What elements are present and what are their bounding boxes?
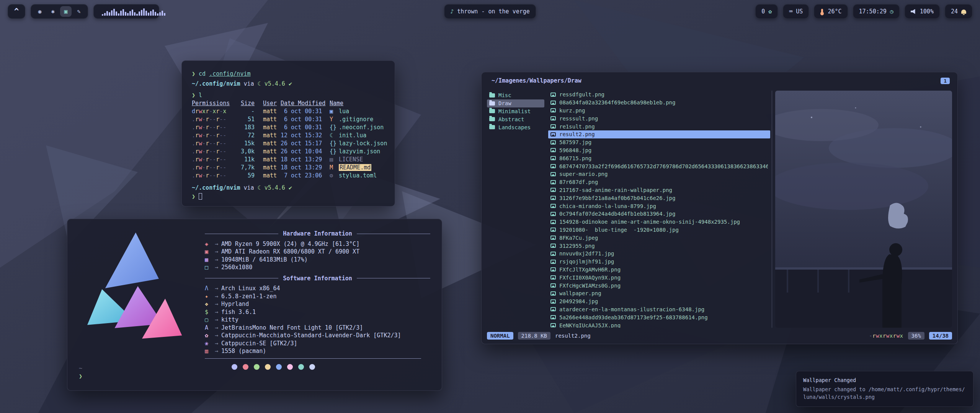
file-row[interactable]: 20492984.jpg [548, 298, 770, 306]
sidebar-folder-item[interactable]: Abstract [487, 115, 544, 123]
file-name: stylua.toml [339, 172, 377, 179]
hardware-section-header: Hardware Information [205, 230, 430, 238]
fetch-line: ▥→1558 (pacman) [205, 347, 430, 355]
arrow-icon: → [215, 285, 218, 292]
media-player-module[interactable]: ♪ thrown - on the verge [444, 4, 536, 19]
file-row[interactable]: wallpaper.png [548, 289, 770, 298]
file-row[interactable]: 866715.png [548, 154, 770, 162]
file-row[interactable]: kurz.png [548, 107, 770, 115]
filetype-icon: M [330, 164, 339, 172]
filetype-icon: {} [330, 140, 339, 148]
file-owner: matt [261, 140, 281, 148]
updates-module[interactable]: 0 ✿ [755, 4, 778, 19]
file-size: 11k [236, 156, 255, 164]
file-owner: matt [261, 172, 281, 180]
workspace-glyph: ✎ [77, 8, 80, 15]
distro-logo [79, 229, 184, 348]
file-row[interactable]: FXfcHgcWIAMzs0G.png [548, 281, 770, 289]
file-row[interactable]: 87r687df.png [548, 178, 770, 186]
file-row[interactable]: resssult.png [548, 114, 770, 122]
prompt-directory: ~/.config/nvim [192, 184, 240, 191]
tab-indicator[interactable]: 1 [941, 78, 950, 84]
file-row[interactable]: 3122955.png [548, 242, 770, 250]
workspace-glyph: ◉ [38, 8, 41, 15]
image-preview-panel [775, 91, 952, 328]
file-row[interactable]: 596848.jpg [548, 146, 770, 154]
file-manager-window[interactable]: ~/Imagenes/Wallpapers/Draw 1 MiscDrawMin… [481, 72, 958, 344]
folder-name: Landscapes [498, 124, 531, 130]
file-row[interactable]: 217167-sad-anime-rain-wallpaper.png [548, 186, 770, 194]
file-row[interactable]: result2.png [548, 130, 770, 138]
preview-image [775, 91, 952, 328]
fetch-prompt: ~ ❯ [79, 364, 82, 380]
file-row[interactable]: 0c794faf07de24a4db4d4fb1eb813964.jpg [548, 210, 770, 218]
arrow-icon: → [215, 324, 218, 331]
file-row[interactable]: 19201080-__blue-tinge__-1920×1080.jpg [548, 226, 770, 234]
file-row[interactable]: re1sult.png [548, 122, 770, 130]
updates-count: 0 [761, 8, 765, 15]
fetch-info: Hardware Information ◈→AMD Ryzen 9 5900X… [205, 229, 430, 370]
workspace-icon[interactable]: ▣ [60, 6, 72, 17]
color-dot [254, 364, 260, 370]
file-row[interactable]: 587597.jpg [548, 138, 770, 146]
fetch-value: 980x413 [221, 264, 252, 271]
notifications-module[interactable]: 24 [945, 4, 972, 19]
file-name: 866715.png [559, 155, 591, 161]
file-row[interactable]: 8FKa7Cu.jpeg [548, 234, 770, 242]
shell-prompt-line: ~/.config/nvim via ☾ v5.4.6 ✔ [192, 184, 385, 192]
file-row[interactable]: 3126f7e9bbf21a8a4af0b67b041c6e26.jpg [548, 194, 770, 202]
file-row[interactable]: FXfcII0X0AQyn9X.png [548, 273, 770, 281]
folder-icon [489, 93, 495, 98]
file-row[interactable]: rsjqojlmjhf91.jpg [548, 258, 770, 266]
sidebar-folder-item[interactable]: Misc [487, 91, 544, 99]
notification-popup[interactable]: Wallpaper Changed Wallpaper changed to /… [796, 371, 973, 407]
file-row[interactable]: EeNKYgIUcAAJ5JX.png [548, 321, 770, 328]
image-file-icon [550, 315, 556, 319]
volume-module[interactable]: 100% [905, 4, 940, 19]
sidebar-folder-item[interactable]: Minimalist [487, 107, 544, 115]
cava-bar [120, 11, 122, 16]
thermometer-icon [821, 9, 823, 15]
image-file-icon [550, 116, 556, 120]
keyboard-layout: US [796, 8, 803, 15]
workspace-icon[interactable]: ✎ [73, 6, 85, 17]
image-file-icon [550, 275, 556, 280]
image-file-icon [550, 93, 556, 97]
arrow-icon: → [215, 301, 218, 307]
workspace-icon[interactable]: ◉ [34, 6, 46, 17]
file-name: FXfcJlTXgAMvH6R.png [559, 267, 621, 273]
workspace-icon[interactable]: ✱ [47, 6, 59, 17]
image-file-icon [550, 140, 556, 145]
file-row[interactable]: 08a634fa02a32364f69ebc86a98eb1eb.png [548, 99, 770, 107]
file-row[interactable]: super-mario.png [548, 170, 770, 178]
file-row[interactable]: FXfcJlTXgAMvH6R.png [548, 266, 770, 274]
file-row[interactable]: chica-mirando-la-luna-8799.jpg [548, 202, 770, 210]
color-dot [287, 364, 293, 370]
sidebar-folder-item[interactable]: Draw [487, 99, 544, 107]
file-row[interactable]: atardecer-en-la-montanas-ilustracion-634… [548, 306, 770, 314]
file-row[interactable]: 154928-odinokoe_anime-art-anime-okno-sin… [548, 218, 770, 226]
terminal-window-nvim[interactable]: ❯cd .config/nvim ~/.config/nvim via ☾ v5… [181, 60, 395, 206]
file-row[interactable]: nnvuv0xj2df71.jpg [548, 250, 770, 258]
temperature-module[interactable]: 26°C [814, 4, 848, 19]
cava-bar [155, 12, 156, 16]
file-row[interactable]: ressdfgult.png [548, 91, 770, 99]
notification-body: Wallpaper changed to /home/matt/.config/… [803, 386, 966, 401]
file-name: atardecer-en-la-montanas-ilustracion-634… [559, 306, 704, 312]
launcher-button[interactable]: ^ [8, 4, 25, 19]
fetch-body: Hardware Information ◈→AMD Ryzen 9 5900X… [79, 229, 430, 370]
bar-left-modules: ^ ◉✱▣✎ [8, 4, 159, 19]
file-row[interactable]: 68747470733a2f2f696d616765732d7769786d70… [548, 162, 770, 170]
fetch-value: JetBrainsMono Nerd Font Light 10 [GTK2/3… [221, 324, 363, 331]
keyboard-layout-module[interactable]: ⌨ US [783, 4, 809, 19]
fetch-line: ❖→Hyprland [205, 300, 430, 308]
terminal-window-fetch[interactable]: Hardware Information ◈→AMD Ryzen 9 5900X… [67, 219, 442, 391]
file-name: 154928-odinokoe_anime-art-anime-okno-sin… [559, 219, 740, 225]
clock-module[interactable]: 17:50:29 ◷ [853, 4, 900, 19]
file-date: 26 oct 10:04 [281, 148, 330, 156]
file-name: 68747470733a2f2f696d616765732d7769786d70… [559, 163, 768, 169]
file-row[interactable]: 5a266e448add93deab367d87173e9f25-6837886… [548, 313, 770, 321]
image-file-icon [550, 124, 556, 128]
file-date: 6 oct 00:31 [281, 124, 330, 132]
sidebar-folder-item[interactable]: Landscapes [487, 123, 544, 131]
